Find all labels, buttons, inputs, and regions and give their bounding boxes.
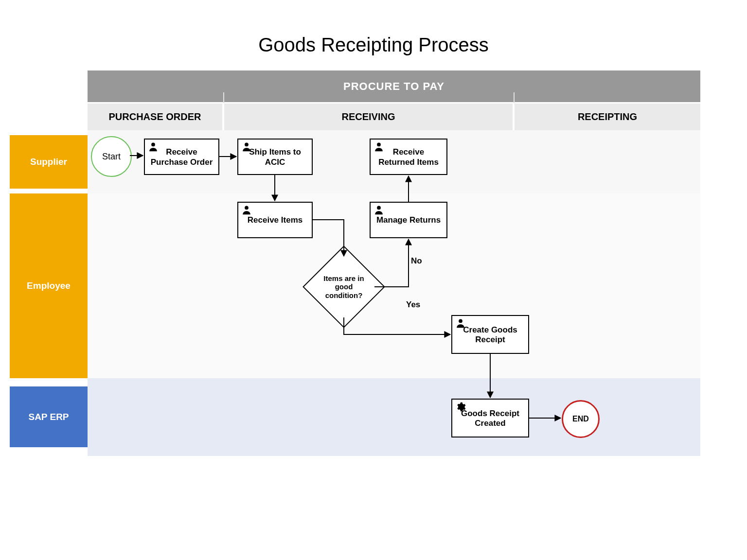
node-label: Ship Items to ACIC [242, 147, 308, 167]
svg-point-2 [377, 143, 381, 147]
start-label: Start [102, 152, 121, 162]
end-node: END [562, 400, 600, 438]
svg-point-4 [377, 206, 381, 210]
column-receiving: RECEIVING [224, 104, 513, 130]
svg-point-0 [151, 143, 155, 147]
header-separator [223, 92, 224, 103]
node-manage-returns: Manage Returns [370, 202, 447, 238]
node-receive-items: Receive Items [237, 202, 313, 238]
edge-label-yes: Yes [406, 300, 420, 310]
edge-label-no: No [411, 256, 422, 266]
header-procure-to-pay: PROCURE TO PAY [88, 70, 700, 102]
end-label: END [572, 415, 589, 423]
column-receipting: RECEIPTING [515, 104, 700, 130]
node-ship-items: Ship Items to ACIC [237, 139, 313, 175]
node-goods-receipt-created: Goods Receipt Created [451, 399, 529, 438]
column-purchase-order: PURCHASE ORDER [88, 104, 222, 130]
node-label: Receive Purchase Order [149, 147, 214, 167]
node-label: Receive Returned Items [374, 147, 443, 167]
person-icon [148, 141, 159, 152]
decision-label: Items are in good condition? [315, 258, 373, 316]
person-icon [374, 205, 384, 215]
node-create-goods-receipt: Create Goods Receipt [451, 315, 529, 354]
person-icon [241, 141, 252, 152]
lane-bg-sap [88, 378, 700, 456]
node-label: Goods Receipt Created [456, 409, 524, 429]
node-label: Receive Items [248, 215, 302, 225]
lane-sap: SAP ERP [10, 386, 88, 447]
gear-icon [455, 402, 466, 412]
node-receive-returned: Receive Returned Items [370, 139, 447, 175]
svg-point-5 [459, 319, 462, 323]
person-icon [374, 141, 384, 152]
lane-employee: Employee [10, 193, 88, 378]
svg-point-1 [245, 143, 249, 147]
node-label: Create Goods Receipt [456, 325, 524, 345]
page-title: Goods Receipting Process [0, 34, 747, 56]
start-node: Start [91, 136, 132, 177]
decision-items-condition: Items are in good condition? [315, 258, 373, 316]
person-icon [455, 318, 466, 329]
header-separator [514, 92, 515, 103]
svg-point-3 [245, 206, 249, 210]
person-icon [241, 205, 252, 215]
node-label: Manage Returns [376, 215, 441, 225]
lane-supplier: Supplier [10, 135, 88, 189]
node-receive-po: Receive Purchase Order [144, 139, 219, 175]
